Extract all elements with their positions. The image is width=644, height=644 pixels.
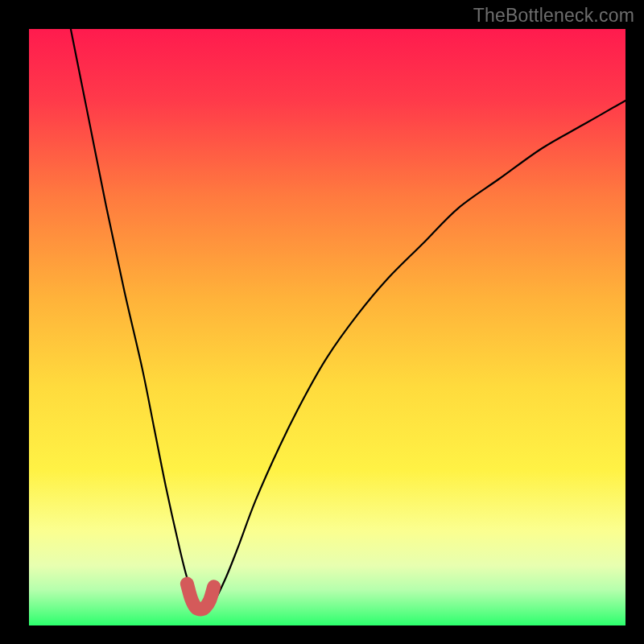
- plot-background: [29, 29, 625, 625]
- chart-frame: TheBottleneck.com: [0, 0, 644, 644]
- watermark-text: TheBottleneck.com: [473, 5, 634, 27]
- chart-svg: [0, 0, 644, 644]
